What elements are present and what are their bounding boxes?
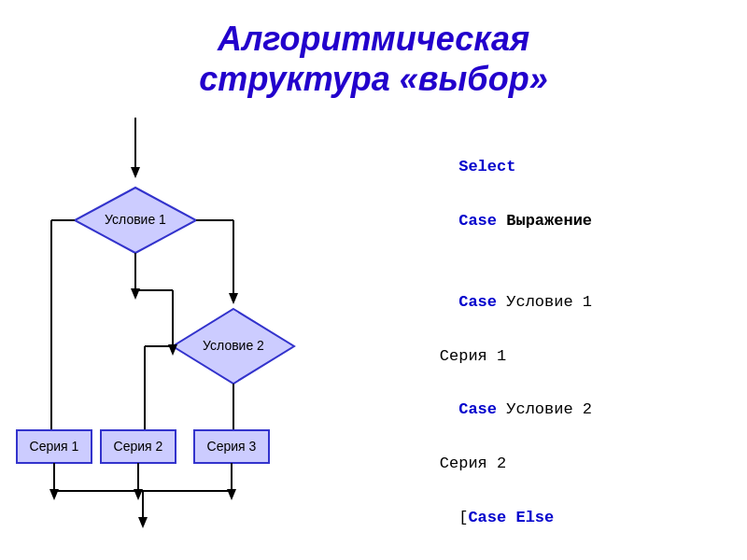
code-panel: Select Case Выражение Case Условие 1 Сер… [392,118,747,560]
keyword-case-else-1: Case [468,509,506,526]
code-line-5: Серия 2 [402,451,747,478]
svg-marker-1 [131,167,140,178]
keyword-case-2: Case [458,293,497,311]
flowchart-diagram: Условие 1 Условие 2 [0,118,392,547]
code-line-6: [Case Else [402,478,747,559]
svg-text:Условие 2: Условие 2 [203,338,264,353]
keyword-case-3: Case [458,400,497,418]
svg-marker-10 [229,293,238,304]
code-line-4: Case Условие 2 [402,370,747,451]
svg-text:Серия 3: Серия 3 [207,439,257,454]
svg-marker-38 [138,517,148,528]
keyword-select: Select [458,158,515,175]
code-line-3: Серия 1 [402,343,747,371]
page-title: Алгоритмическая структура «выбор» [0,0,747,99]
keyword-case-else-2: Else [515,509,554,526]
code-expr: Выражение [497,212,592,230]
code-line-1: Select Case Выражение [402,127,747,261]
keyword-case-1: Case [458,212,497,230]
svg-text:Серия 1: Серия 1 [30,439,79,454]
svg-text:Условие 1: Условие 1 [105,212,166,227]
svg-text:Серия 2: Серия 2 [114,439,163,454]
code-line-2: Case Условие 1 [402,262,747,343]
